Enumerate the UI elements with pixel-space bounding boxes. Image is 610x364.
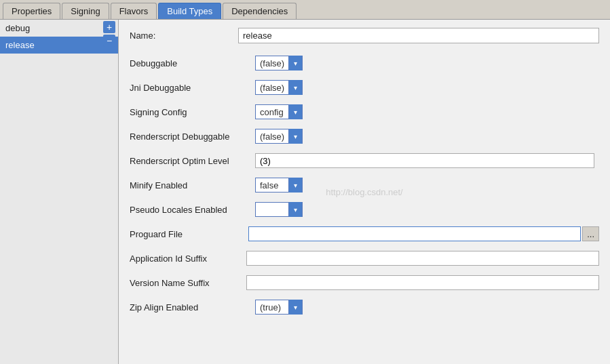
dropdown-minify-enabled-text: false [256,179,288,192]
field-row-proguard-file: Proguard File ... [130,225,599,243]
field-label-application-id-suffix: Application Id Suffix [130,254,246,264]
field-value-renderscript-optim-level [255,153,594,168]
build-type-release[interactable]: release [0,37,118,54]
field-value-jni-debuggable: (false) ▾ [255,80,303,95]
remove-build-type-button[interactable]: − [103,35,115,47]
field-value-renderscript-debuggable: (false) ▾ [255,129,303,144]
field-label-renderscript-optim-level: Renderscript Optim Level [130,156,255,166]
dropdown-pseudo-locales-enabled-text [256,203,288,216]
field-label-renderscript-debuggable: Renderscript Debuggable [130,132,255,142]
dropdown-pseudo-locales-enabled[interactable]: ▾ [255,202,303,217]
right-panel: Name: Debuggable (false) ▾ Jni Debugg [119,20,610,364]
tab-flavors[interactable]: Flavors [111,3,157,19]
build-type-debug[interactable]: debug [0,20,118,37]
field-label-zip-align-enabled: Zip Align Enabled [130,302,255,312]
field-label-version-name-suffix: Version Name Suffix [130,278,246,288]
field-value-signing-config: config ▾ [255,104,303,119]
field-row-minify-enabled: Minify Enabled false ▾ [130,176,599,194]
field-label-debuggable: Debuggable [130,58,255,68]
field-row-pseudo-locales-enabled: Pseudo Locales Enabled ▾ [130,201,599,218]
tab-properties[interactable]: Properties [3,3,60,19]
name-row: Name: [130,28,599,43]
input-renderscript-optim-level[interactable] [255,153,594,168]
field-row-renderscript-optim-level: Renderscript Optim Level [130,152,599,169]
dropdown-debuggable-arrow[interactable]: ▾ [288,56,302,70]
field-label-minify-enabled: Minify Enabled [130,180,255,190]
dropdown-signing-config-text: config [256,106,288,119]
field-value-proguard-file: ... [248,226,599,241]
field-row-signing-config: Signing Config config ▾ [130,103,599,121]
field-row-version-name-suffix: Version Name Suffix [130,274,599,291]
field-row-renderscript-debuggable: Renderscript Debuggable (false) ▾ [130,127,599,145]
dropdown-debuggable-text: (false) [256,57,288,70]
dropdown-signing-config[interactable]: config ▾ [255,104,303,119]
tabs-bar: Properties Signing Flavors Build Types D… [0,0,610,20]
content-area: debug release + − Name: Debuggable [0,20,610,364]
field-value-application-id-suffix [246,251,599,266]
dropdown-debuggable[interactable]: (false) ▾ [255,56,303,70]
field-label-proguard-file: Proguard File [130,229,248,239]
field-row-debuggable: Debuggable (false) ▾ [130,54,599,72]
dropdown-signing-config-arrow[interactable]: ▾ [288,104,302,119]
field-row-zip-align-enabled: Zip Align Enabled (true) ▾ [130,298,599,316]
dropdown-zip-align-enabled-text: (true) [256,301,288,314]
name-input[interactable] [238,28,599,43]
input-application-id-suffix[interactable] [246,251,599,266]
dropdown-jni-debuggable[interactable]: (false) ▾ [255,80,303,95]
add-build-type-button[interactable]: + [103,21,115,33]
input-version-name-suffix[interactable] [246,275,599,290]
dropdown-zip-align-enabled-arrow[interactable]: ▾ [288,300,302,315]
field-value-minify-enabled: false ▾ [255,178,303,193]
browse-button[interactable]: ... [582,226,599,241]
field-row-application-id-suffix: Application Id Suffix [130,249,599,267]
tab-signing[interactable]: Signing [62,3,109,19]
field-label-pseudo-locales-enabled: Pseudo Locales Enabled [130,205,255,215]
field-value-pseudo-locales-enabled: ▾ [255,202,303,217]
field-label-signing-config: Signing Config [130,107,255,117]
dropdown-renderscript-debuggable-arrow[interactable]: ▾ [288,129,302,144]
dropdown-pseudo-locales-enabled-arrow[interactable]: ▾ [288,202,302,217]
field-value-version-name-suffix [246,275,599,290]
field-value-debuggable: (false) ▾ [255,56,303,70]
dropdown-zip-align-enabled[interactable]: (true) ▾ [255,300,303,315]
dropdown-jni-debuggable-text: (false) [256,81,288,94]
tab-dependencies[interactable]: Dependencies [223,3,297,19]
input-proguard-file[interactable] [248,226,581,241]
left-panel: debug release + − [0,20,119,364]
right-panel-wrap: Name: Debuggable (false) ▾ Jni Debugg [119,20,610,364]
dropdown-minify-enabled-arrow[interactable]: ▾ [288,178,302,193]
field-label-jni-debuggable: Jni Debuggable [130,83,255,93]
dropdown-renderscript-debuggable-text: (false) [256,130,288,143]
dropdown-minify-enabled[interactable]: false ▾ [255,178,303,193]
field-row-jni-debuggable: Jni Debuggable (false) ▾ [130,79,599,96]
field-value-zip-align-enabled: (true) ▾ [255,300,303,315]
dropdown-jni-debuggable-arrow[interactable]: ▾ [288,80,302,95]
tab-build-types[interactable]: Build Types [158,3,221,19]
add-remove-buttons: + − [103,21,115,48]
name-label: Name: [130,31,238,41]
dropdown-renderscript-debuggable[interactable]: (false) ▾ [255,129,303,144]
